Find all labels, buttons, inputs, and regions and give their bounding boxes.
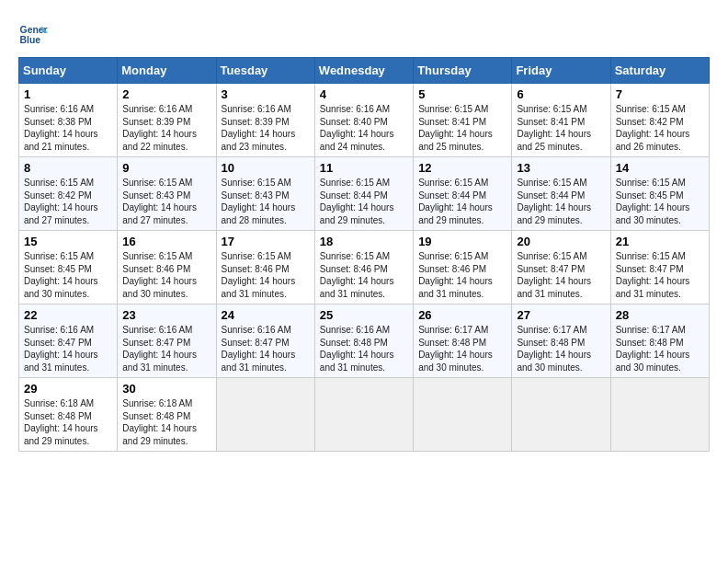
calendar-cell: 25 Sunrise: 6:16 AMSunset: 8:48 PMDaylig… bbox=[314, 304, 413, 378]
calendar-cell: 26 Sunrise: 6:17 AMSunset: 8:48 PMDaylig… bbox=[414, 304, 512, 378]
day-info: Sunrise: 6:16 AMSunset: 8:47 PMDaylight:… bbox=[222, 325, 296, 373]
calendar-cell: 3 Sunrise: 6:16 AMSunset: 8:39 PMDayligh… bbox=[216, 84, 314, 157]
day-info: Sunrise: 6:17 AMSunset: 8:48 PMDaylight:… bbox=[616, 325, 690, 373]
calendar-cell: 15 Sunrise: 6:15 AMSunset: 8:45 PMDaylig… bbox=[19, 231, 118, 304]
calendar-cell bbox=[512, 378, 610, 452]
day-number: 13 bbox=[517, 161, 605, 175]
calendar-cell: 7 Sunrise: 6:15 AMSunset: 8:42 PMDayligh… bbox=[610, 84, 709, 157]
calendar-week-5: 29 Sunrise: 6:18 AMSunset: 8:48 PMDaylig… bbox=[19, 378, 710, 452]
calendar-week-2: 8 Sunrise: 6:15 AMSunset: 8:42 PMDayligh… bbox=[19, 157, 710, 231]
calendar-cell: 21 Sunrise: 6:15 AMSunset: 8:47 PMDaylig… bbox=[610, 231, 709, 304]
day-info: Sunrise: 6:15 AMSunset: 8:41 PMDaylight:… bbox=[517, 104, 591, 152]
day-info: Sunrise: 6:15 AMSunset: 8:45 PMDaylight:… bbox=[616, 178, 690, 225]
day-number: 29 bbox=[24, 382, 112, 396]
day-info: Sunrise: 6:15 AMSunset: 8:46 PMDaylight:… bbox=[122, 251, 197, 299]
day-number: 30 bbox=[122, 382, 210, 396]
day-info: Sunrise: 6:15 AMSunset: 8:43 PMDaylight:… bbox=[222, 178, 296, 225]
day-info: Sunrise: 6:16 AMSunset: 8:38 PMDaylight:… bbox=[24, 104, 98, 152]
logo-icon: General Blue bbox=[18, 18, 48, 48]
day-number: 3 bbox=[222, 87, 310, 101]
calendar-cell: 30 Sunrise: 6:18 AMSunset: 8:48 PMDaylig… bbox=[118, 378, 216, 452]
day-info: Sunrise: 6:15 AMSunset: 8:43 PMDaylight:… bbox=[122, 178, 197, 225]
day-number: 19 bbox=[418, 235, 506, 248]
day-number: 17 bbox=[222, 235, 310, 248]
day-info: Sunrise: 6:18 AMSunset: 8:48 PMDaylight:… bbox=[122, 398, 197, 446]
day-number: 6 bbox=[517, 87, 605, 101]
day-info: Sunrise: 6:16 AMSunset: 8:47 PMDaylight:… bbox=[24, 325, 98, 373]
weekday-header-tuesday: Tuesday bbox=[216, 58, 314, 84]
weekday-header-sunday: Sunday bbox=[19, 58, 118, 84]
calendar-cell: 5 Sunrise: 6:15 AMSunset: 8:41 PMDayligh… bbox=[414, 84, 512, 157]
calendar-cell: 23 Sunrise: 6:16 AMSunset: 8:47 PMDaylig… bbox=[118, 304, 216, 378]
day-info: Sunrise: 6:16 AMSunset: 8:39 PMDaylight:… bbox=[222, 104, 296, 152]
day-number: 16 bbox=[122, 235, 210, 248]
calendar-cell bbox=[216, 378, 314, 452]
calendar-cell: 27 Sunrise: 6:17 AMSunset: 8:48 PMDaylig… bbox=[512, 304, 610, 378]
calendar-cell bbox=[610, 378, 709, 452]
day-number: 12 bbox=[418, 161, 506, 175]
calendar-cell bbox=[314, 378, 413, 452]
day-number: 8 bbox=[24, 161, 112, 175]
day-number: 20 bbox=[517, 235, 605, 248]
calendar-cell: 17 Sunrise: 6:15 AMSunset: 8:46 PMDaylig… bbox=[216, 231, 314, 304]
day-info: Sunrise: 6:15 AMSunset: 8:44 PMDaylight:… bbox=[517, 178, 591, 225]
calendar-cell: 24 Sunrise: 6:16 AMSunset: 8:47 PMDaylig… bbox=[216, 304, 314, 378]
day-info: Sunrise: 6:17 AMSunset: 8:48 PMDaylight:… bbox=[517, 325, 591, 373]
day-info: Sunrise: 6:16 AMSunset: 8:47 PMDaylight:… bbox=[122, 325, 197, 373]
day-number: 11 bbox=[320, 161, 408, 175]
day-info: Sunrise: 6:15 AMSunset: 8:47 PMDaylight:… bbox=[616, 251, 690, 299]
day-info: Sunrise: 6:18 AMSunset: 8:48 PMDaylight:… bbox=[24, 398, 98, 446]
day-info: Sunrise: 6:17 AMSunset: 8:48 PMDaylight:… bbox=[418, 325, 493, 373]
calendar-week-3: 15 Sunrise: 6:15 AMSunset: 8:45 PMDaylig… bbox=[19, 231, 710, 304]
day-number: 23 bbox=[122, 308, 210, 322]
calendar-cell: 14 Sunrise: 6:15 AMSunset: 8:45 PMDaylig… bbox=[610, 157, 709, 231]
day-info: Sunrise: 6:15 AMSunset: 8:45 PMDaylight:… bbox=[24, 251, 98, 299]
day-number: 28 bbox=[616, 308, 704, 322]
calendar-week-1: 1 Sunrise: 6:16 AMSunset: 8:38 PMDayligh… bbox=[19, 84, 710, 157]
calendar-cell bbox=[414, 378, 512, 452]
calendar-cell: 6 Sunrise: 6:15 AMSunset: 8:41 PMDayligh… bbox=[512, 84, 610, 157]
day-number: 5 bbox=[418, 87, 506, 101]
day-info: Sunrise: 6:15 AMSunset: 8:46 PMDaylight:… bbox=[418, 251, 493, 299]
calendar-cell: 28 Sunrise: 6:17 AMSunset: 8:48 PMDaylig… bbox=[610, 304, 709, 378]
page-header: General Blue bbox=[18, 18, 710, 48]
calendar-cell: 4 Sunrise: 6:16 AMSunset: 8:40 PMDayligh… bbox=[314, 84, 413, 157]
day-info: Sunrise: 6:16 AMSunset: 8:39 PMDaylight:… bbox=[122, 104, 197, 152]
day-number: 15 bbox=[24, 235, 112, 248]
day-info: Sunrise: 6:15 AMSunset: 8:46 PMDaylight:… bbox=[222, 251, 296, 299]
svg-text:Blue: Blue bbox=[20, 35, 41, 45]
calendar-cell: 20 Sunrise: 6:15 AMSunset: 8:47 PMDaylig… bbox=[512, 231, 610, 304]
day-info: Sunrise: 6:15 AMSunset: 8:44 PMDaylight:… bbox=[320, 178, 394, 225]
day-info: Sunrise: 6:15 AMSunset: 8:42 PMDaylight:… bbox=[616, 104, 690, 152]
day-info: Sunrise: 6:15 AMSunset: 8:47 PMDaylight:… bbox=[517, 251, 591, 299]
day-info: Sunrise: 6:15 AMSunset: 8:41 PMDaylight:… bbox=[418, 104, 493, 152]
logo: General Blue bbox=[18, 18, 51, 48]
weekday-header-thursday: Thursday bbox=[414, 58, 512, 84]
day-number: 24 bbox=[222, 308, 310, 322]
day-number: 14 bbox=[616, 161, 704, 175]
weekday-header-friday: Friday bbox=[512, 58, 610, 84]
calendar-week-4: 22 Sunrise: 6:16 AMSunset: 8:47 PMDaylig… bbox=[19, 304, 710, 378]
day-info: Sunrise: 6:16 AMSunset: 8:40 PMDaylight:… bbox=[320, 104, 394, 152]
day-info: Sunrise: 6:15 AMSunset: 8:46 PMDaylight:… bbox=[320, 251, 394, 299]
day-number: 2 bbox=[122, 87, 210, 101]
calendar-cell: 1 Sunrise: 6:16 AMSunset: 8:38 PMDayligh… bbox=[19, 84, 118, 157]
calendar-cell: 10 Sunrise: 6:15 AMSunset: 8:43 PMDaylig… bbox=[216, 157, 314, 231]
calendar-table: SundayMondayTuesdayWednesdayThursdayFrid… bbox=[18, 57, 710, 452]
day-info: Sunrise: 6:15 AMSunset: 8:44 PMDaylight:… bbox=[418, 178, 493, 225]
calendar-cell: 22 Sunrise: 6:16 AMSunset: 8:47 PMDaylig… bbox=[19, 304, 118, 378]
day-info: Sunrise: 6:15 AMSunset: 8:42 PMDaylight:… bbox=[24, 178, 98, 225]
day-number: 1 bbox=[24, 87, 112, 101]
day-number: 9 bbox=[122, 161, 210, 175]
calendar-cell: 12 Sunrise: 6:15 AMSunset: 8:44 PMDaylig… bbox=[414, 157, 512, 231]
day-number: 7 bbox=[616, 87, 704, 101]
day-number: 27 bbox=[517, 308, 605, 322]
calendar-cell: 13 Sunrise: 6:15 AMSunset: 8:44 PMDaylig… bbox=[512, 157, 610, 231]
calendar-cell: 8 Sunrise: 6:15 AMSunset: 8:42 PMDayligh… bbox=[19, 157, 118, 231]
calendar-cell: 2 Sunrise: 6:16 AMSunset: 8:39 PMDayligh… bbox=[118, 84, 216, 157]
day-number: 22 bbox=[24, 308, 112, 322]
calendar-header: SundayMondayTuesdayWednesdayThursdayFrid… bbox=[19, 58, 710, 84]
calendar-cell: 18 Sunrise: 6:15 AMSunset: 8:46 PMDaylig… bbox=[314, 231, 413, 304]
calendar-cell: 19 Sunrise: 6:15 AMSunset: 8:46 PMDaylig… bbox=[414, 231, 512, 304]
calendar-cell: 9 Sunrise: 6:15 AMSunset: 8:43 PMDayligh… bbox=[118, 157, 216, 231]
